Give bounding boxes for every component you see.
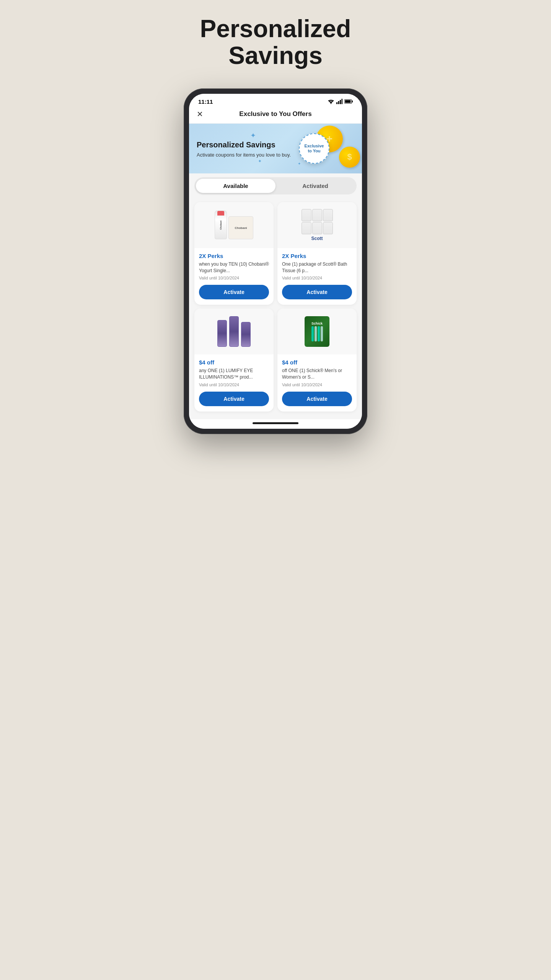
coupon-card-lumify: $4 off any ONE (1) LUMIFY EYE ILLUMINATI… xyxy=(194,309,274,412)
coupon-image-lumify xyxy=(194,309,274,354)
status-time: 11:11 xyxy=(198,98,213,105)
svg-rect-6 xyxy=(352,101,353,103)
savings-banner: Personalized Savings Activate coupons fo… xyxy=(189,124,362,173)
home-bar-indicator xyxy=(253,422,298,424)
status-bar: 11:11 xyxy=(189,94,362,106)
schick-razors xyxy=(311,326,323,341)
scott-roll-3 xyxy=(323,209,333,221)
banner-title: Personalized Savings xyxy=(197,140,354,149)
schick-box: Schick xyxy=(305,316,329,347)
svg-rect-2 xyxy=(338,101,339,104)
coupon-valid-chobani: Valid until 10/10/2024 xyxy=(199,276,269,280)
coupon-perk-schick: $4 off xyxy=(282,359,352,366)
svg-rect-3 xyxy=(340,100,341,104)
coupon-desc-chobani: when you buy TEN (10) Chobani® Yogurt Si… xyxy=(199,261,269,274)
schick-brand-label: Schick xyxy=(311,322,323,325)
coupon-card-scott: Scott 2X Perks One (1) package of Scott®… xyxy=(277,202,357,305)
activate-button-chobani[interactable]: Activate xyxy=(199,285,269,299)
coupon-image-schick: Schick xyxy=(277,309,357,354)
coupon-perk-chobani: 2X Perks xyxy=(199,253,269,259)
status-icons xyxy=(328,99,353,104)
scott-roll-5 xyxy=(312,222,322,234)
coupon-valid-schick: Valid until 10/10/2024 xyxy=(282,382,352,387)
phone-screen: 11:11 xyxy=(189,94,362,429)
coupon-image-chobani: Chobani xyxy=(194,202,274,248)
header-title: Exclusive to You Offers xyxy=(239,110,311,118)
app-header: ✕ Exclusive to You Offers xyxy=(189,106,362,124)
tab-available[interactable]: Available xyxy=(196,179,276,193)
coupon-valid-scott: Valid until 10/10/2024 xyxy=(282,276,352,280)
close-button[interactable]: ✕ xyxy=(197,109,203,119)
coupon-perk-scott: 2X Perks xyxy=(282,253,352,259)
svg-rect-7 xyxy=(345,100,351,103)
schick-razor-2 xyxy=(315,326,317,341)
scott-rolls xyxy=(302,209,333,234)
product-schick: Schick xyxy=(305,316,329,347)
product-lumify xyxy=(217,316,251,347)
coupon-body-scott: 2X Perks One (1) package of Scott® Bath … xyxy=(277,248,357,305)
sparkle-2: ✦ xyxy=(258,158,262,164)
schick-razor-1 xyxy=(311,326,314,341)
home-bar xyxy=(189,419,362,429)
exclusive-badge-text: Exclusive to You xyxy=(305,144,324,154)
coupons-grid: Chobani 2X Perks when you buy TEN (10) C… xyxy=(189,198,362,419)
activate-button-scott[interactable]: Activate xyxy=(282,285,352,299)
chobani-bottle xyxy=(215,211,227,239)
coupon-perk-lumify: $4 off xyxy=(199,359,269,366)
tabs-inner: Available Activated xyxy=(194,177,357,194)
chobani-box: Chobani xyxy=(228,216,253,239)
banner-text-block: Personalized Savings Activate coupons fo… xyxy=(197,140,354,158)
schick-razor-4 xyxy=(321,326,323,341)
schick-razor-3 xyxy=(318,326,320,341)
signal-icon xyxy=(336,99,342,104)
coupon-valid-lumify: Valid until 10/10/2024 xyxy=(199,382,269,387)
banner-subtitle: Activate coupons for items you love to b… xyxy=(197,152,354,158)
scott-roll-1 xyxy=(302,209,311,221)
coupon-card-chobani: Chobani 2X Perks when you buy TEN (10) C… xyxy=(194,202,274,305)
svg-point-0 xyxy=(331,103,331,104)
svg-rect-1 xyxy=(336,102,337,104)
activate-button-schick[interactable]: Activate xyxy=(282,392,352,406)
sparkle-3: ✦ xyxy=(298,162,301,166)
scott-label: Scott xyxy=(311,236,323,241)
scott-roll-6 xyxy=(323,222,333,234)
phone-frame: 11:11 xyxy=(184,88,367,434)
battery-icon xyxy=(344,99,353,104)
coupon-image-scott: Scott xyxy=(277,202,357,248)
coupon-body-schick: $4 off off ONE (1) Schick® Men's or Wome… xyxy=(277,354,357,412)
coupon-desc-lumify: any ONE (1) LUMIFY EYE ILLUMINATIONS™ pr… xyxy=(199,368,269,381)
exclusive-badge: Exclusive to You xyxy=(299,133,329,164)
activate-button-lumify[interactable]: Activate xyxy=(199,392,269,406)
sparkle-1: ✦ xyxy=(250,131,256,140)
coupon-desc-scott: One (1) package of Scott® Bath Tissue (6… xyxy=(282,261,352,274)
scott-roll-4 xyxy=(302,222,311,234)
product-scott: Scott xyxy=(302,209,333,241)
lumify-bottle-3 xyxy=(241,322,251,347)
coupon-desc-schick: off ONE (1) Schick® Men's or Women's or … xyxy=(282,368,352,381)
coupon-body-chobani: 2X Perks when you buy TEN (10) Chobani® … xyxy=(194,248,274,305)
coupon-body-lumify: $4 off any ONE (1) LUMIFY EYE ILLUMINATI… xyxy=(194,354,274,412)
coupon-card-schick: Schick $4 off off ONE (1) Schick® Men's xyxy=(277,309,357,412)
tabs-container: Available Activated xyxy=(189,173,362,198)
page-background-title: Personalized Savings xyxy=(200,15,351,69)
scott-roll-2 xyxy=(312,209,322,221)
tab-activated[interactable]: Activated xyxy=(276,179,355,193)
product-chobani: Chobani xyxy=(215,211,253,239)
svg-rect-4 xyxy=(342,99,343,104)
lumify-bottle-1 xyxy=(217,320,227,347)
lumify-bottle-2 xyxy=(229,316,239,347)
wifi-icon xyxy=(328,99,334,104)
